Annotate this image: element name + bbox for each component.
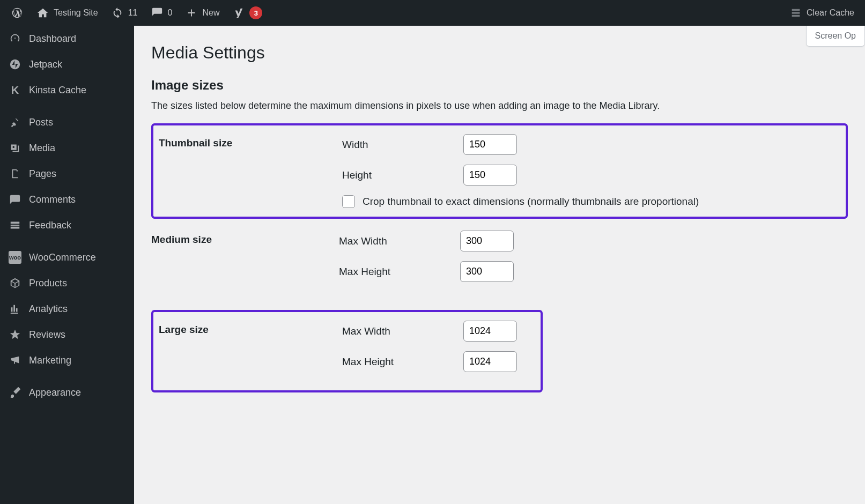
section-title: Image sizes	[151, 78, 848, 93]
sidebar-label: Comments	[29, 194, 76, 205]
sidebar-label: Kinsta Cache	[29, 85, 86, 96]
woo-icon: woo	[9, 251, 21, 264]
analytics-icon	[9, 302, 21, 315]
clear-cache-link[interactable]: Clear Cache	[783, 0, 861, 26]
sidebar-label: Marketing	[29, 355, 71, 366]
sidebar-label: Products	[29, 278, 67, 289]
sidebar-item-marketing[interactable]: Marketing	[0, 347, 134, 373]
medium-size-label: Medium size	[151, 223, 334, 299]
admin-topbar: Testing Site 11 0 New 3 Clear Cache	[0, 0, 865, 26]
sidebar-item-media[interactable]: Media	[0, 135, 134, 161]
box-icon	[9, 277, 21, 290]
sidebar-item-woocommerce[interactable]: woo WooCommerce	[0, 244, 134, 270]
crop-label: Crop thumbnail to exact dimensions (norm…	[363, 196, 699, 207]
new-label: New	[202, 8, 219, 18]
pages-icon	[9, 167, 21, 180]
sidebar-label: Analytics	[29, 303, 68, 315]
large-height-label: Max Height	[342, 356, 463, 368]
thumbnail-height-input[interactable]	[463, 165, 517, 186]
comments-count: 0	[168, 8, 173, 18]
large-highlight: Large size Max Width Max Height	[151, 310, 543, 392]
sidebar-label: Jetpack	[29, 59, 62, 70]
thumbnail-width-input[interactable]	[463, 134, 517, 155]
new-content-link[interactable]: New	[179, 0, 226, 26]
thumbnail-highlight: Thumbnail size Width Height Crop thum	[151, 123, 848, 219]
medium-width-label: Max Width	[339, 235, 460, 247]
jetpack-icon	[9, 58, 21, 71]
yoast-link[interactable]: 3	[226, 0, 269, 26]
pin-icon	[9, 116, 21, 129]
site-name-text: Testing Site	[54, 8, 98, 18]
comments-link[interactable]: 0	[144, 0, 179, 26]
sidebar-item-reviews[interactable]: Reviews	[0, 322, 134, 347]
clear-cache-text: Clear Cache	[807, 8, 854, 18]
sidebar-label: Media	[29, 143, 55, 154]
admin-sidebar: Dashboard Jetpack K Kinsta Cache Posts M…	[0, 26, 134, 504]
updates-link[interactable]: 11	[105, 0, 144, 26]
sidebar-item-pages[interactable]: Pages	[0, 161, 134, 187]
comments-icon	[9, 193, 21, 206]
megaphone-icon	[9, 354, 21, 367]
wordpress-icon	[11, 6, 24, 19]
site-name-link[interactable]: Testing Site	[30, 0, 105, 26]
page-title: Media Settings	[151, 43, 848, 63]
large-width-label: Max Width	[342, 325, 463, 337]
home-icon	[36, 6, 49, 19]
yoast-icon	[232, 6, 245, 19]
thumbnail-height-label: Height	[342, 169, 463, 181]
sidebar-label: WooCommerce	[29, 252, 96, 263]
crop-checkbox[interactable]	[342, 195, 355, 208]
comment-icon	[151, 6, 164, 19]
svg-point-0	[10, 60, 20, 69]
wp-logo[interactable]	[4, 0, 30, 26]
sidebar-item-kinsta[interactable]: K Kinsta Cache	[0, 77, 134, 103]
sidebar-item-analytics[interactable]: Analytics	[0, 296, 134, 322]
large-size-label: Large size	[154, 313, 337, 389]
main-content: Screen Op Media Settings Image sizes The…	[134, 26, 865, 504]
refresh-icon	[111, 6, 124, 19]
sidebar-item-appearance[interactable]: Appearance	[0, 380, 134, 405]
cache-icon	[789, 6, 802, 19]
medium-height-input[interactable]	[460, 261, 514, 282]
dashboard-icon	[9, 32, 21, 45]
sidebar-item-posts[interactable]: Posts	[0, 109, 134, 135]
sidebar-label: Dashboard	[29, 33, 76, 45]
screen-options-button[interactable]: Screen Op	[806, 26, 865, 47]
sidebar-item-jetpack[interactable]: Jetpack	[0, 51, 134, 77]
medium-width-input[interactable]	[460, 231, 514, 251]
sidebar-label: Pages	[29, 168, 56, 180]
sidebar-label: Posts	[29, 117, 53, 128]
sidebar-label: Reviews	[29, 329, 65, 340]
sidebar-item-feedback[interactable]: Feedback	[0, 212, 134, 238]
thumbnail-size-label: Thumbnail size	[154, 127, 337, 216]
brush-icon	[9, 386, 21, 399]
plus-icon	[185, 6, 198, 19]
kinsta-icon: K	[9, 84, 21, 97]
sidebar-item-dashboard[interactable]: Dashboard	[0, 26, 134, 51]
star-icon	[9, 328, 21, 341]
media-icon	[9, 142, 21, 154]
sidebar-item-comments[interactable]: Comments	[0, 187, 134, 212]
section-description: The sizes listed below determine the max…	[151, 100, 848, 112]
feedback-icon	[9, 219, 21, 232]
updates-count: 11	[128, 8, 138, 18]
sidebar-label: Appearance	[29, 387, 81, 398]
large-width-input[interactable]	[463, 321, 517, 342]
sidebar-item-products[interactable]: Products	[0, 270, 134, 296]
medium-height-label: Max Height	[339, 266, 460, 278]
large-height-input[interactable]	[463, 351, 517, 372]
screen-options-text: Screen Op	[815, 31, 856, 40]
sidebar-label: Feedback	[29, 220, 71, 231]
thumbnail-width-label: Width	[342, 139, 463, 151]
yoast-badge: 3	[249, 6, 262, 19]
